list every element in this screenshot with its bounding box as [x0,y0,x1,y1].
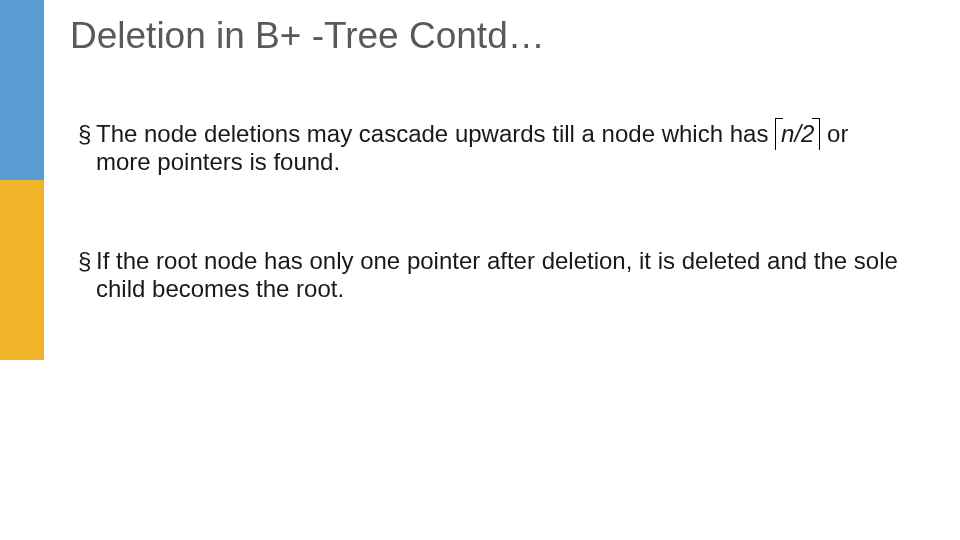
slide: Deletion in B+ -Tree Contd… The node del… [0,0,960,540]
slide-title: Deletion in B+ -Tree Contd… [70,16,545,57]
ceil-expression: n/2 [775,120,820,148]
accent-stripe-yellow [0,180,44,360]
bullet-text: If the root node has only one pointer af… [96,247,898,302]
accent-stripe-blue [0,0,44,180]
ceil-inner: n/2 [781,120,814,147]
ceil-right-bracket [812,118,820,150]
bullet-item: The node deletions may cascade upwards t… [78,120,900,175]
slide-body: The node deletions may cascade upwards t… [78,120,900,374]
ceil-left-bracket [775,118,783,150]
bullet-text-pre: The node deletions may cascade upwards t… [96,120,775,147]
bullet-item: If the root node has only one pointer af… [78,247,900,302]
